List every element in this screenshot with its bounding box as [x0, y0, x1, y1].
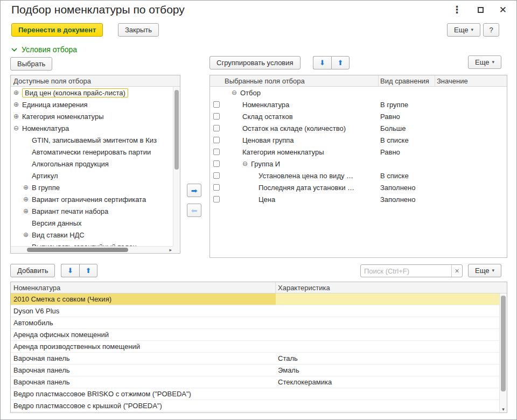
vertical-scrollbar[interactable]	[173, 87, 180, 246]
tree-item[interactable]: ⊖ Номенклатура	[11, 122, 173, 134]
search-input[interactable]	[361, 265, 451, 277]
scroll-right-icon[interactable]: ▸	[169, 247, 172, 254]
condition-row[interactable]: Последняя дата установки … Заполнено	[210, 181, 507, 193]
checkbox[interactable]	[213, 125, 220, 131]
checkbox[interactable]	[213, 172, 220, 179]
item-row[interactable]: Аренда офисных помещений	[11, 329, 507, 341]
collapse-icon[interactable]: ⊖	[13, 125, 22, 131]
tree-item[interactable]: ⊕ Вид ставки НДС	[11, 229, 173, 241]
item-name: Автомобиль	[11, 317, 276, 328]
more-button-top[interactable]: Еще ▾	[447, 23, 480, 37]
tree-item[interactable]: ⊕ Вариант печати набора	[11, 205, 173, 217]
expand-icon[interactable]: ⊕	[13, 101, 22, 108]
tree-item[interactable]: GTIN, записываемый эмитентом в Киз	[11, 134, 173, 146]
item-name: 2010 Сметка с совком (Чехия)	[11, 293, 276, 305]
tree-item[interactable]: ⊕ Единица измерения	[11, 99, 173, 110]
item-row[interactable]: Ведро пластмассовое с крышкой ("POBEDA")	[11, 400, 507, 412]
condition-row[interactable]: Ценовая группа В списке	[210, 134, 507, 146]
move-right-button[interactable]: ➡	[187, 184, 201, 197]
item-row[interactable]: Dyson V6 Plus	[11, 305, 507, 317]
item-characteristic	[276, 293, 507, 305]
group-conditions-button[interactable]: Сгруппировать условия	[209, 56, 301, 69]
condition-row[interactable]: Остаток на складе (количество) Больше	[210, 122, 507, 134]
expand-icon[interactable]: ⊕	[23, 208, 32, 214]
expand-icon[interactable]: ⊕	[23, 196, 32, 202]
help-button[interactable]: ?	[483, 23, 499, 37]
comparison-value: Равно	[378, 113, 435, 121]
condition-field-label: Последняя дата установки …	[258, 184, 354, 192]
tree-item[interactable]: Автоматически генерировать партии	[11, 146, 173, 158]
move-up-button[interactable]: ⬆	[79, 264, 97, 277]
tree-item[interactable]: ⊕ В группе	[11, 181, 173, 193]
scroll-down-icon[interactable]: ▾	[500, 407, 507, 412]
comparison-value: В списке	[378, 136, 435, 144]
move-down-button[interactable]: ⬇	[313, 56, 331, 69]
checkbox[interactable]	[213, 113, 220, 120]
collapse-icon[interactable]: ⊖	[242, 160, 251, 167]
more-button-items[interactable]: Еще ▾	[468, 264, 501, 277]
add-button[interactable]: Добавить	[10, 264, 55, 277]
item-characteristic	[276, 400, 507, 411]
expand-icon[interactable]: ⊕	[23, 184, 32, 191]
condition-row[interactable]: Склад остатков Равно	[210, 110, 507, 122]
move-up-button[interactable]: ⬆	[331, 56, 350, 69]
checkbox[interactable]	[213, 196, 220, 202]
item-row[interactable]: Аренда производственных помещений	[11, 341, 507, 353]
tree-item[interactable]: ⊕ Вариант ограничения сертификата	[11, 193, 173, 205]
select-field-button[interactable]: Выбрать	[10, 57, 52, 71]
scrollbar-thumb[interactable]	[27, 248, 128, 252]
expand-icon[interactable]: ⊕	[13, 113, 22, 120]
move-left-button[interactable]: ⬅	[187, 204, 201, 217]
condition-field-label: Цена	[258, 195, 275, 204]
item-row[interactable]: Автомобиль	[11, 317, 507, 329]
tree-item[interactable]: Артикул	[11, 170, 173, 181]
clear-search-icon[interactable]: ×	[451, 265, 462, 277]
condition-group-row[interactable]: ⊖ Отбор	[210, 87, 507, 99]
checkbox[interactable]	[213, 160, 220, 167]
condition-row[interactable]: Цена Заполнено	[210, 193, 507, 205]
vertical-scrollbar[interactable]: ▾	[499, 293, 507, 412]
horizontal-scrollbar[interactable]: ▸	[11, 246, 173, 253]
close-button[interactable]: Закрыть	[118, 23, 159, 37]
tree-item[interactable]: Версия данных	[11, 217, 173, 229]
checkbox[interactable]	[213, 184, 220, 191]
condition-row[interactable]: Установлена цена по виду … В списке	[210, 170, 507, 181]
tree-item[interactable]: ⊕ Вид цен (колонка прайс-листа)	[11, 87, 173, 99]
expand-icon[interactable]: ⊕	[13, 89, 22, 96]
more-button-conditions[interactable]: Еще ▾	[468, 55, 501, 69]
condition-field-label: Ценовая группа	[242, 136, 294, 144]
item-row[interactable]: Варочная панель Эмаль	[11, 365, 507, 376]
item-row[interactable]: Ведро пластмассовое BRISKO с отжимом ("P…	[11, 388, 507, 400]
expand-icon[interactable]: ⊕	[23, 232, 32, 238]
tree-item[interactable]: Алкогольная продукция	[11, 158, 173, 170]
item-row[interactable]: Варочная панель Стеклокерамика	[11, 376, 507, 388]
maximize-icon[interactable]	[478, 7, 484, 13]
transfer-to-document-button[interactable]: Перенести в документ	[11, 23, 103, 37]
arrow-down-icon: ⬇	[67, 267, 73, 275]
window-menu-icon[interactable]: ⋮	[452, 5, 462, 15]
arrow-up-icon: ⬆	[338, 59, 344, 67]
item-characteristic	[276, 341, 507, 352]
scrollbar-thumb[interactable]	[174, 90, 179, 170]
checkbox[interactable]	[213, 101, 220, 108]
item-characteristic: Эмаль	[276, 365, 507, 376]
item-row[interactable]: Варочная панель Сталь	[11, 353, 507, 365]
checkbox[interactable]	[213, 137, 220, 143]
close-icon[interactable]: ✕	[499, 5, 507, 15]
tree-item-label: Вид цен (колонка прайс-листа)	[22, 88, 128, 97]
tree-item[interactable]: Выписывать гарантийный талон	[11, 241, 173, 246]
checkbox[interactable]	[213, 149, 220, 155]
collapse-icon[interactable]: ⊖	[232, 89, 240, 96]
move-down-button[interactable]: ⬇	[61, 264, 79, 277]
condition-group-row[interactable]: ⊖ Группа И	[210, 158, 507, 170]
condition-row[interactable]: Номенклатура В группе	[210, 99, 507, 110]
tree-item[interactable]: ⊕ Категория номенклатуры	[11, 110, 173, 122]
item-characteristic	[276, 329, 507, 340]
item-row-selected[interactable]: 2010 Сметка с совком (Чехия)	[11, 293, 507, 305]
reorder-buttons-bottom: ⬇ ⬆	[61, 264, 97, 277]
comparison-value: В группе	[378, 101, 435, 109]
scrollbar-thumb[interactable]	[501, 296, 506, 391]
tree-item-label: GTIN, записываемый эмитентом в Киз	[32, 136, 157, 144]
filter-section-toggle[interactable]: Условия отбора	[11, 45, 77, 54]
condition-row[interactable]: Категория номенклатуры Равно	[210, 146, 507, 158]
